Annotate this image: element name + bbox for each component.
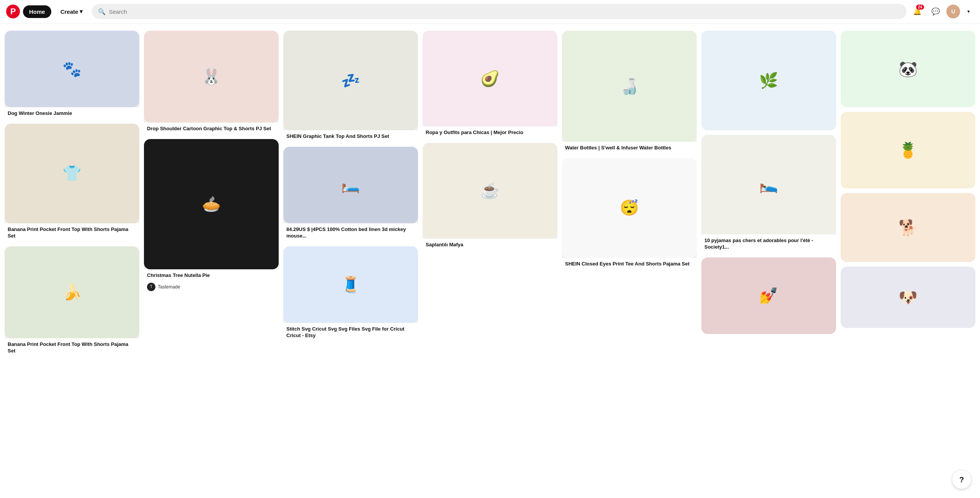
pin-info-banana-pj: Banana Print Pocket Front Top With Short…: [5, 338, 139, 357]
pin-image-let-me-sleep-tee: 😴: [562, 158, 697, 258]
pin-info-avocado-pj: Ropa y Outfits para Chicas | Mejor Preci…: [423, 126, 557, 138]
pin-card-bunny-pj[interactable]: 🐰Drop Shoulder Cartoon Graphic Top & Sho…: [144, 31, 279, 134]
messages-button[interactable]: 💬: [928, 4, 943, 19]
pin-card-avocado-pj[interactable]: 🥑Ropa y Outfits para Chicas | Mejor Prec…: [423, 31, 557, 138]
pin-image-panda-pj: 🐼: [841, 31, 975, 107]
pin-card-pineapple-pj[interactable]: 🍍: [841, 112, 975, 188]
pin-image-coffee-pj: ☕: [423, 143, 557, 239]
pin-title-nutella-pie: Christmas Tree Nutella Pie: [147, 272, 276, 279]
pin-title-avocado-bottle: Water Bottles | S'well & Infuser Water B…: [565, 145, 694, 151]
pin-info-mickey-bedding: 84.29US $ |4PCS 100% Cotton bed linen 3d…: [283, 223, 418, 242]
masonry-grid: 🐾Dog Winter Onesie Jammie👕Banana Print P…: [0, 26, 980, 361]
pin-info-dog-onesie: Dog Winter Onesie Jammie: [5, 107, 139, 119]
pin-title-coffee-pj: Saplantılı Mafya: [426, 242, 554, 248]
pin-image-avocado-bottle: 🍶: [562, 31, 697, 142]
pin-image-pineapple-pj: 🍍: [841, 112, 975, 188]
pin-image-banana-pj: 🍌: [5, 246, 139, 338]
pin-info-sleepy-girl: SHEIN Graphic Tank Top And Shorts PJ Set: [283, 130, 418, 142]
chevron-down-icon: ▾: [80, 8, 83, 15]
pin-title-let-me-sleep-sign: 10 pyjamas pas chers et adorables pour l…: [704, 238, 833, 251]
pin-card-nutella-pie[interactable]: 🥧Christmas Tree Nutella PieTTastemade: [144, 139, 279, 294]
pin-title-sleepy-girl: SHEIN Graphic Tank Top And Shorts PJ Set: [286, 133, 415, 140]
pin-card-nail-polish[interactable]: 💅: [701, 257, 836, 334]
pin-card-let-me-sleep-tee[interactable]: 😴SHEIN Closed Eyes Print Tee And Shorts …: [562, 158, 697, 270]
pin-info-avocado-bottle: Water Bottles | S'well & Infuser Water B…: [562, 142, 697, 154]
pin-image-tod-happy: 🐕: [841, 193, 975, 262]
pin-image-let-me-sleep-sign: 🛌: [701, 135, 836, 234]
pin-image-nutella-pie: 🥧: [144, 139, 279, 269]
search-input[interactable]: [109, 8, 900, 15]
pin-image-avocado-pj: 🥑: [423, 31, 557, 126]
pin-image-hanging-out-pj: 🌿: [701, 31, 836, 130]
pin-card-panda-pj[interactable]: 🐼: [841, 31, 975, 107]
create-nav-button[interactable]: Create ▾: [54, 5, 89, 18]
pin-image-sleepy-girl: 💤: [283, 31, 418, 130]
header: P Home Create ▾ 🔍 🔔 24 💬 U ▾: [0, 0, 980, 23]
pin-card-small-dog-photo[interactable]: 🐶: [841, 267, 975, 328]
pin-card-hanging-out-pj[interactable]: 🌿: [701, 31, 836, 130]
pin-title-popcorn-pj: Banana Print Pocket Front Top With Short…: [8, 226, 136, 239]
pin-title-let-me-sleep-tee: SHEIN Closed Eyes Print Tee And Shorts P…: [565, 261, 694, 267]
search-icon: 🔍: [98, 8, 106, 15]
pin-title-stitch-svg: Stitch Svg Cricut Svg Svg Files Svg File…: [286, 326, 415, 339]
pin-card-stitch-svg[interactable]: 🧵Stitch Svg Cricut Svg Svg Files Svg Fil…: [283, 246, 418, 341]
pin-card-sleepy-girl[interactable]: 💤SHEIN Graphic Tank Top And Shorts PJ Se…: [283, 31, 418, 142]
pin-info-stitch-svg: Stitch Svg Cricut Svg Svg Files Svg File…: [283, 323, 418, 341]
pin-image-dog-onesie: 🐾: [5, 31, 139, 107]
pin-image-mickey-bedding: 🛏️: [283, 147, 418, 223]
pin-info-bunny-pj: Drop Shoulder Cartoon Graphic Top & Shor…: [144, 123, 279, 134]
pin-image-bunny-pj: 🐰: [144, 31, 279, 123]
pin-info-let-me-sleep-sign: 10 pyjamas pas chers et adorables pour l…: [701, 234, 836, 253]
pinterest-logo[interactable]: P: [6, 5, 20, 18]
source-avatar-nutella-pie: T: [147, 283, 155, 291]
pin-info-popcorn-pj: Banana Print Pocket Front Top With Short…: [5, 223, 139, 242]
pin-info-let-me-sleep-tee: SHEIN Closed Eyes Print Tee And Shorts P…: [562, 258, 697, 270]
pin-info-coffee-pj: Saplantılı Mafya: [423, 239, 557, 251]
pin-info-nutella-pie: Christmas Tree Nutella Pie: [144, 269, 279, 281]
pin-card-mickey-bedding[interactable]: 🛏️84.29US $ |4PCS 100% Cotton bed linen …: [283, 147, 418, 242]
home-nav-button[interactable]: Home: [23, 5, 51, 18]
pin-card-dog-onesie[interactable]: 🐾Dog Winter Onesie Jammie: [5, 31, 139, 119]
main-content: 🐾Dog Winter Onesie Jammie👕Banana Print P…: [0, 0, 980, 361]
search-bar: 🔍: [92, 4, 906, 19]
pin-title-avocado-pj: Ropa y Outfits para Chicas | Mejor Preci…: [426, 129, 554, 136]
pin-source-nutella-pie: TTastemade: [144, 281, 279, 294]
notification-badge: 24: [916, 5, 924, 10]
pin-card-tod-happy[interactable]: 🐕: [841, 193, 975, 262]
pin-card-let-me-sleep-sign[interactable]: 🛌10 pyjamas pas chers et adorables pour …: [701, 135, 836, 253]
notifications-button[interactable]: 🔔 24: [910, 4, 925, 19]
header-right: 🔔 24 💬 U ▾: [910, 4, 974, 19]
avatar[interactable]: U: [946, 5, 960, 18]
account-chevron-button[interactable]: ▾: [963, 6, 974, 17]
pin-title-banana-pj: Banana Print Pocket Front Top With Short…: [8, 341, 136, 354]
pin-image-popcorn-pj: 👕: [5, 124, 139, 223]
pin-card-popcorn-pj[interactable]: 👕Banana Print Pocket Front Top With Shor…: [5, 124, 139, 242]
source-name-nutella-pie: Tastemade: [158, 284, 180, 290]
pin-title-dog-onesie: Dog Winter Onesie Jammie: [8, 110, 136, 117]
pin-card-banana-pj[interactable]: 🍌Banana Print Pocket Front Top With Shor…: [5, 246, 139, 357]
pin-image-nail-polish: 💅: [701, 257, 836, 334]
pin-card-coffee-pj[interactable]: ☕Saplantılı Mafya: [423, 143, 557, 251]
pin-title-mickey-bedding: 84.29US $ |4PCS 100% Cotton bed linen 3d…: [286, 226, 415, 239]
pin-image-small-dog-photo: 🐶: [841, 267, 975, 328]
pin-title-bunny-pj: Drop Shoulder Cartoon Graphic Top & Shor…: [147, 126, 276, 132]
pin-image-stitch-svg: 🧵: [283, 246, 418, 323]
pin-card-avocado-bottle[interactable]: 🍶Water Bottles | S'well & Infuser Water …: [562, 31, 697, 154]
